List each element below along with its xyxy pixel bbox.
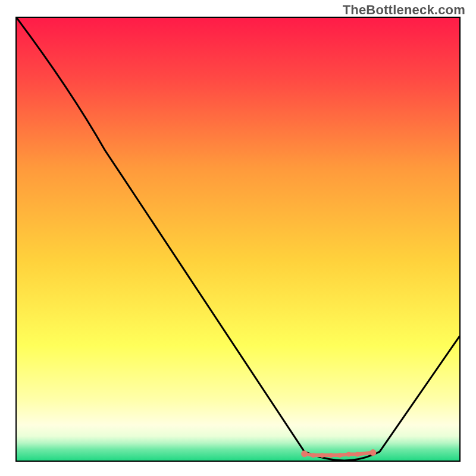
valley-marker [301, 450, 308, 457]
valley-marker [328, 453, 333, 458]
chart-container: TheBottleneck.com [0, 0, 476, 476]
watermark-text: TheBottleneck.com [343, 2, 465, 18]
valley-marker [369, 449, 376, 456]
valley-marker [346, 452, 351, 456]
plot-frame [15, 17, 461, 462]
valley-marker [311, 453, 315, 458]
plot-svg [17, 18, 459, 461]
valley-marker [320, 453, 324, 458]
valley-marker [337, 453, 342, 458]
valley-marker [355, 452, 360, 456]
gradient-background [17, 18, 459, 461]
